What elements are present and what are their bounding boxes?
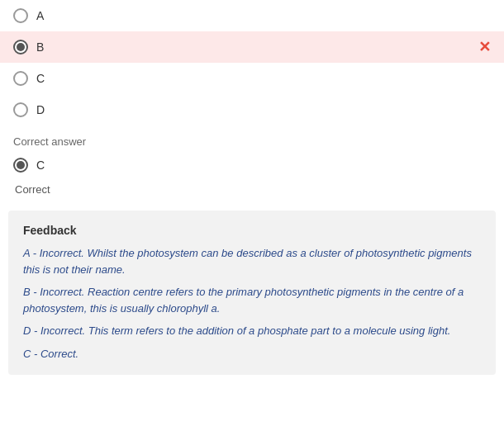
correct-radio-inner [17,161,25,169]
feedback-item-d: D - Incorrect. This term refers to the a… [23,323,481,339]
correct-radio [13,158,28,173]
option-a[interactable]: A [0,0,504,31]
feedback-section: Feedback A - Incorrect. Whilst the photo… [8,211,496,375]
correct-answer-section: Correct answer C [0,125,504,182]
option-a-label: A [36,9,44,22]
option-d-label: D [36,103,45,116]
option-b-label: B [36,40,44,54]
radio-d [13,102,28,117]
wrong-icon: ✕ [478,38,491,56]
option-c-label: C [36,72,45,85]
correct-status-label: Correct [13,183,50,196]
correct-option-label: C [36,159,45,172]
correct-answer-option: C [13,154,491,176]
feedback-item-b: B - Incorrect. Reaction centre refers to… [23,284,481,316]
option-d[interactable]: D [0,94,504,125]
correct-answer-label: Correct answer [13,135,491,148]
option-c[interactable]: C [0,63,504,94]
radio-a [13,8,28,23]
radio-b-inner [17,43,25,51]
option-b[interactable]: B ✕ [0,31,504,63]
feedback-title: Feedback [23,224,481,237]
radio-c [13,71,28,86]
radio-b [13,40,28,54]
feedback-item-c: C - Correct. [23,346,481,362]
options-list: A B ✕ C D [0,0,504,125]
feedback-item-a: A - Incorrect. Whilst the photosystem ca… [23,245,481,277]
